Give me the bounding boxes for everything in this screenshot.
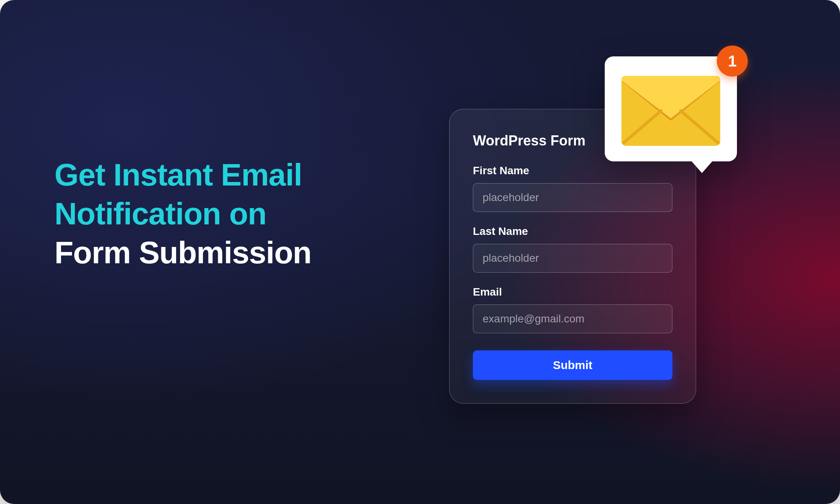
last-name-input[interactable] bbox=[473, 244, 672, 273]
email-field: Email bbox=[473, 286, 672, 333]
submit-button[interactable]: Submit bbox=[473, 350, 672, 380]
email-input[interactable] bbox=[473, 304, 672, 333]
headline-line-2: Notification on bbox=[54, 194, 443, 233]
hero-banner: Get Instant Email Notification on Form S… bbox=[0, 0, 840, 504]
notification-tile: 1 bbox=[605, 56, 737, 161]
headline-line-3: Form Submission bbox=[54, 233, 443, 272]
first-name-input[interactable] bbox=[473, 183, 672, 212]
email-label: Email bbox=[473, 286, 672, 298]
headline-line-1: Get Instant Email bbox=[54, 156, 443, 194]
first-name-field: First Name bbox=[473, 164, 672, 212]
last-name-label: Last Name bbox=[473, 225, 672, 238]
notification-badge-count: 1 bbox=[728, 52, 737, 70]
first-name-label: First Name bbox=[473, 164, 672, 177]
last-name-field: Last Name bbox=[473, 225, 672, 273]
envelope-icon bbox=[621, 76, 721, 146]
headline: Get Instant Email Notification on Form S… bbox=[54, 156, 443, 272]
notification-badge: 1 bbox=[717, 46, 748, 77]
